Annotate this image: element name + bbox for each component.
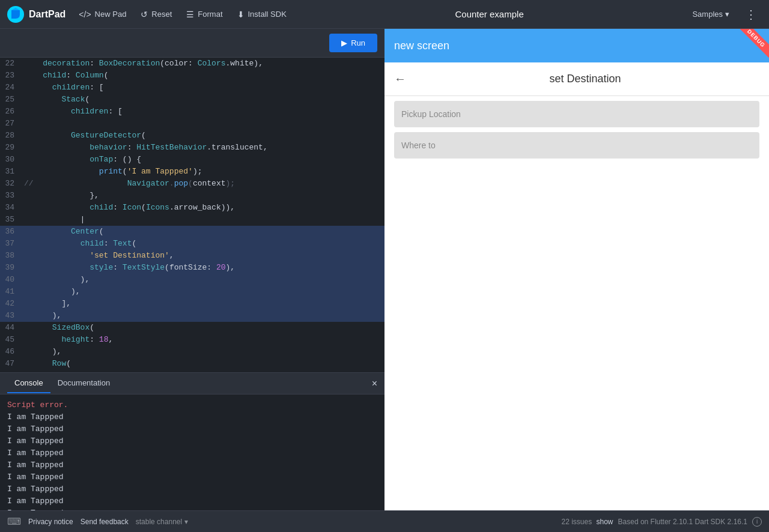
more-icon: ⋮ (745, 8, 757, 21)
line-number: 45 (0, 334, 22, 346)
line-number: 38 (0, 250, 22, 262)
keyboard-icon[interactable]: ⌨ (7, 516, 21, 527)
new-pad-icon: </> (79, 10, 91, 19)
flutter-appbar-title: new screen (394, 40, 449, 52)
debug-banner: DEBUG (738, 29, 769, 58)
send-feedback-link[interactable]: Send feedback (81, 518, 129, 526)
code-line: 42 ], (0, 298, 384, 310)
line-content: Center( (22, 226, 384, 238)
channel-label: stable channel (136, 518, 182, 526)
status-bar: ⌨ Privacy notice Send feedback stable ch… (0, 510, 769, 532)
flutter-screen-title: set Destination (411, 73, 759, 85)
code-line: 38 'set Destination', (0, 250, 384, 262)
console-close-button[interactable]: × (372, 378, 377, 389)
line-content: | (22, 214, 384, 226)
flutter-nav-row: ← set Destination (384, 62, 769, 96)
logo-text: DartPad (29, 9, 65, 20)
line-number: 28 (0, 130, 22, 142)
code-line: 35 | (0, 214, 384, 226)
code-editor[interactable]: 22 decoration: BoxDecoration(color: Colo… (0, 58, 384, 372)
line-content: children: [ (22, 82, 384, 94)
line-content: Row( (22, 358, 384, 370)
run-label: Run (351, 38, 365, 47)
tab-console[interactable]: Console (7, 373, 50, 393)
toolbar-right: Samples ▾ ⋮ (686, 5, 762, 24)
privacy-notice-link[interactable]: Privacy notice (28, 518, 73, 526)
line-number: 24 (0, 82, 22, 94)
console-message: I am Tappped (7, 471, 377, 483)
reset-button[interactable]: ↺ Reset (135, 6, 178, 23)
line-content: behavior: HitTestBehavior.translucent, (22, 142, 384, 154)
install-icon: ⬇ (237, 10, 245, 19)
line-number: 26 (0, 106, 22, 118)
line-number: 43 (0, 310, 22, 322)
console-tabs: Console Documentation × (0, 373, 384, 394)
editor-area: ▶ Run 22 decoration: BoxDecoration(color… (0, 29, 384, 510)
line-number: 22 (0, 58, 22, 70)
console-message: I am Tappped (7, 483, 377, 495)
tab-documentation[interactable]: Documentation (50, 373, 117, 393)
code-line: 45 height: 18, (0, 334, 384, 346)
status-bar-right: 22 issues show Based on Flutter 2.10.1 D… (561, 517, 762, 527)
code-line: 22 decoration: BoxDecoration(color: Colo… (0, 58, 384, 70)
reset-label: Reset (151, 10, 172, 19)
console-area: Console Documentation × Script error.I a… (0, 372, 384, 510)
dartpad-logo-icon (7, 6, 24, 23)
console-content: Script error.I am TapppedI am TapppedI a… (0, 394, 384, 510)
code-line: 31 print('I am Tappped'); (0, 166, 384, 178)
code-line: 36 Center( (0, 226, 384, 238)
project-title: Counter example (455, 9, 524, 19)
code-line: 40 ), (0, 274, 384, 286)
code-line: 37 child: Text( (0, 238, 384, 250)
console-message: I am Tappped (7, 447, 377, 459)
line-content: ), (22, 274, 384, 286)
line-number: 30 (0, 154, 22, 166)
line-content: decoration: BoxDecoration(color: Colors.… (22, 58, 384, 70)
pickup-location-field[interactable]: Pickup Location (394, 101, 759, 127)
console-message: I am Tappped (7, 411, 377, 423)
code-line: 25 Stack( (0, 94, 384, 106)
new-pad-button[interactable]: </> New Pad (73, 6, 132, 23)
code-line: 46 ), (0, 346, 384, 358)
line-number: 29 (0, 142, 22, 154)
format-icon: ☰ (186, 10, 194, 19)
channel-select[interactable]: stable channel ▾ (136, 518, 188, 526)
samples-chevron-icon: ▾ (725, 10, 729, 19)
line-content: ), (22, 310, 384, 322)
flutter-appbar: new screen DEBUG (384, 29, 769, 62)
info-icon[interactable]: i (752, 517, 762, 527)
line-number: 37 (0, 238, 22, 250)
line-content: style: TextStyle(fontSize: 20), (22, 262, 384, 274)
line-number: 27 (0, 118, 22, 130)
more-options-button[interactable]: ⋮ (740, 5, 762, 24)
toolbar-center: Counter example (295, 9, 684, 19)
code-line: 29 behavior: HitTestBehavior.translucent… (0, 142, 384, 154)
line-content: child: Text( (22, 238, 384, 250)
line-content: ], (22, 298, 384, 310)
code-line: 44 SizedBox( (0, 322, 384, 334)
line-content (22, 118, 384, 130)
issues-show-link[interactable]: show (597, 518, 613, 526)
run-button[interactable]: ▶ Run (329, 34, 377, 52)
code-line: 26 children: [ (0, 106, 384, 118)
code-line: 24 children: [ (0, 82, 384, 94)
where-to-field[interactable]: Where to (394, 132, 759, 159)
line-number: 34 (0, 202, 22, 214)
line-number: 31 (0, 166, 22, 178)
flutter-back-button[interactable]: ← (394, 72, 406, 86)
line-content: child: Column( (22, 70, 384, 82)
line-number: 23 (0, 70, 22, 82)
samples-button[interactable]: Samples ▾ (686, 6, 735, 22)
console-message: I am Tappped (7, 459, 377, 471)
code-line: 33 }, (0, 190, 384, 202)
main-area: ▶ Run 22 decoration: BoxDecoration(color… (0, 29, 769, 510)
console-message: I am Tappped (7, 423, 377, 435)
code-line: 28 GestureDetector( (0, 130, 384, 142)
line-content: 'set Destination', (22, 250, 384, 262)
issues-count: 22 issues show (561, 518, 613, 526)
samples-label: Samples (692, 10, 723, 19)
install-sdk-button[interactable]: ⬇ Install SDK (231, 6, 293, 23)
line-number: 46 (0, 346, 22, 358)
line-number: 40 (0, 274, 22, 286)
format-button[interactable]: ☰ Format (180, 6, 228, 23)
